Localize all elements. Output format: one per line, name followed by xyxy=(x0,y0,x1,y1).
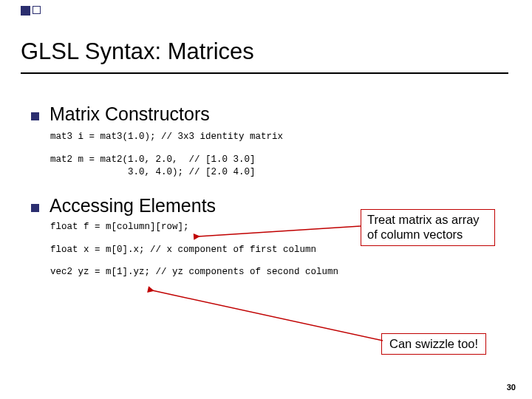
title-underline xyxy=(21,72,508,74)
arrow-to-code3 xyxy=(146,284,390,344)
section-constructors: Matrix Constructors xyxy=(31,103,504,125)
deco-square-filled xyxy=(21,6,30,16)
callout-swizzle-note: Can swizzle too! xyxy=(381,333,486,355)
svg-line-1 xyxy=(152,290,383,341)
page-number: 30 xyxy=(507,383,516,392)
section-heading: Matrix Constructors xyxy=(50,103,210,125)
slide-title: GLSL Syntax: Matrices xyxy=(21,38,254,65)
bullet-icon xyxy=(31,204,39,212)
slide-decoration xyxy=(21,6,41,16)
callout-array-note: Treat matrix as array of column vectors xyxy=(361,209,495,246)
code-block: vec2 yz = m[1].yz; // yz components of s… xyxy=(50,266,504,279)
code-block: mat2 m = mat2(1.0, 2.0, // [1.0 3.0] 3.0… xyxy=(50,154,504,179)
bullet-icon xyxy=(31,112,39,120)
section-heading: Accessing Elements xyxy=(50,195,216,216)
code-block: mat3 i = mat3(1.0); // 3x3 identity matr… xyxy=(50,131,504,143)
deco-square-outline xyxy=(33,6,41,14)
slide-content: Matrix Constructors mat3 i = mat3(1.0); … xyxy=(31,103,504,279)
